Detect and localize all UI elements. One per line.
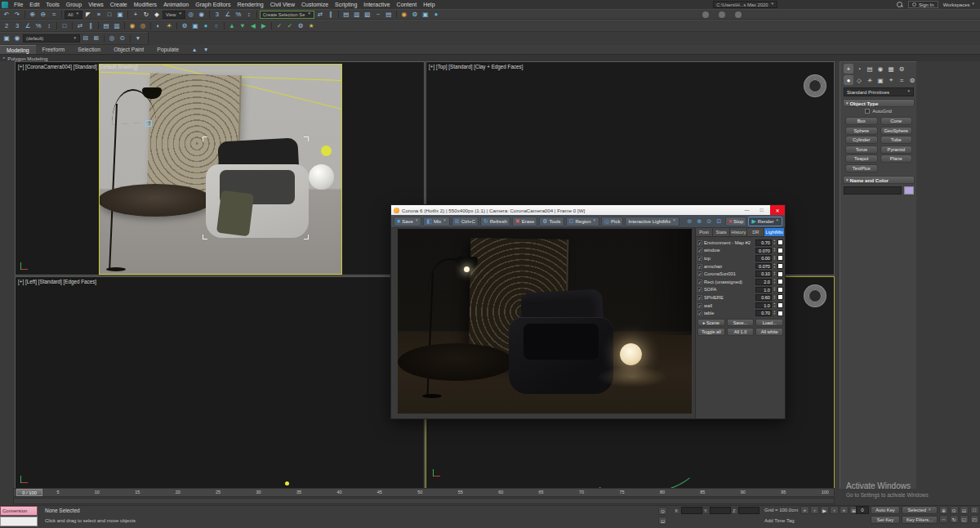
zoom-button[interactable]: ⊕	[939, 506, 948, 514]
shapes-category-icon[interactable]: ◇	[854, 75, 864, 85]
menu-customize[interactable]: Customize	[298, 0, 332, 9]
corona-render-button[interactable]: ▶Render▼	[748, 217, 782, 226]
redo-icon[interactable]: ↷	[12, 10, 22, 19]
cameras-category-icon[interactable]: ▣	[875, 75, 885, 85]
corona-save-button[interactable]: ■Save▼	[394, 217, 421, 226]
menu-animation[interactable]: Animation	[160, 0, 192, 9]
corona-mix-button[interactable]: ◧Mix▼	[423, 217, 449, 226]
zoom-actual-icon[interactable]: ⊙	[705, 217, 714, 226]
corona-tab-lightmix[interactable]: LightMix	[764, 228, 785, 236]
angle-snap-toggle-icon[interactable]: ∠	[223, 10, 233, 19]
absolute-offset-toggle-icon[interactable]: ⊟	[81, 34, 91, 43]
corona-titlebar[interactable]: Corona 6 (Hotfix 2) | 550x400px (1:1) | …	[391, 205, 785, 215]
primitive-button-pyramid[interactable]: Pyramid	[880, 145, 913, 154]
viewport-top-label[interactable]: [+] [Top] [Standard] [Clay + Edged Faces…	[429, 64, 523, 69]
menu-scripting[interactable]: Scripting	[332, 0, 360, 9]
lightmix-color-swatch[interactable]	[777, 279, 783, 284]
menu-modifiers[interactable]: Modifiers	[131, 0, 160, 9]
pan-button[interactable]: ↔	[939, 515, 948, 523]
community-icon[interactable]	[702, 11, 709, 18]
corona-tab-post[interactable]: Post	[696, 228, 713, 236]
named-views-icon[interactable]: ▾	[133, 34, 143, 43]
ribbon-tab-populate[interactable]: Populate	[150, 45, 185, 54]
create-tab-icon[interactable]: +	[844, 64, 853, 74]
add-time-tag-button[interactable]: Add Time Tag	[764, 518, 795, 523]
zoom-in-icon[interactable]: ⊕	[695, 217, 704, 226]
lightmix-intensity-field[interactable]: 0.10	[755, 271, 772, 277]
lightmix-checkbox[interactable]: ✓	[697, 303, 702, 308]
corona-tools-button[interactable]: ⚙Tools	[539, 217, 564, 226]
corona-refresh-button[interactable]: ↻Refresh	[480, 217, 510, 226]
ribbon-tab-freeform[interactable]: Freeform	[36, 45, 72, 54]
layer-explorer-toggle-icon[interactable]: ▥	[352, 10, 362, 19]
primitive-button-textplus[interactable]: TextPlus	[845, 164, 878, 172]
maximize-button[interactable]: □	[755, 205, 768, 215]
modify-tab-icon[interactable]: ◔	[854, 64, 864, 74]
utilities-tab-icon[interactable]: ⚙	[897, 64, 906, 74]
corona-pick-button[interactable]: ◎Pick	[601, 217, 623, 226]
name-color-rollout-header[interactable]: ▾Name and Color	[843, 176, 915, 184]
set-key-button[interactable]: Set Key	[871, 516, 900, 524]
menu-content[interactable]: Content	[394, 0, 421, 9]
primitive-button-sphere[interactable]: Sphere	[845, 127, 878, 135]
isolate-up-icon[interactable]: ▲	[227, 21, 237, 30]
ribbon-tab-object-paint[interactable]: Object Paint	[107, 45, 150, 54]
lightmix-spinner[interactable]: ▲▼	[773, 271, 776, 277]
menu-tools[interactable]: Tools	[42, 0, 62, 9]
zoom-fit-icon[interactable]: ⊡	[715, 217, 724, 226]
snap-2d-icon[interactable]: 2	[2, 21, 11, 30]
select-and-rotate-icon[interactable]: ↻	[141, 10, 151, 19]
lightmix-checkbox[interactable]: ✓	[697, 287, 702, 292]
lights-category-icon[interactable]: ☀	[865, 75, 875, 85]
auto-key-button[interactable]: Auto Key	[871, 506, 900, 514]
zoom-extents-button[interactable]: ⊡	[960, 506, 969, 514]
menu-help[interactable]: Help	[420, 0, 438, 9]
settings-icon[interactable]: ⚙	[296, 21, 305, 30]
object-color-swatch[interactable]	[904, 186, 914, 195]
render-setup-icon[interactable]: ⚙	[410, 10, 420, 19]
ribbon-options-icon[interactable]: ▾	[201, 45, 211, 54]
lightmix-intensity-field[interactable]: 1.0	[755, 287, 772, 293]
sign-in-button[interactable]: Sign In	[908, 1, 938, 8]
zoom-out-icon[interactable]: ⊖	[685, 217, 694, 226]
display-tab-icon[interactable]: ▦	[886, 64, 896, 74]
lightmix-checkbox[interactable]: ✓	[697, 256, 702, 261]
primitive-button-teapot[interactable]: Teapot	[845, 154, 878, 163]
lightmix-color-swatch[interactable]	[777, 302, 783, 308]
lightmix-color-swatch[interactable]	[777, 255, 783, 261]
primitive-button-geosphere[interactable]: GeoSphere	[880, 127, 913, 135]
lightmix-spinner[interactable]: ▲▼	[773, 287, 776, 293]
rendered-frame-icon[interactable]: ▣	[190, 21, 200, 30]
percent-snap-toggle-icon[interactable]: %	[234, 10, 243, 19]
viewport-left[interactable]: [+] [Left] [Standard] [Edged Faces]	[15, 276, 425, 489]
steering-wheel-icon[interactable]	[804, 75, 826, 96]
corona-vfb-window[interactable]: Corona 6 (Hotfix 2) | 550x400px (1:1) | …	[390, 204, 786, 419]
bind-to-space-warp-icon[interactable]: ≈	[49, 10, 59, 19]
object-type-rollout-header[interactable]: ▾Object Type	[843, 99, 915, 107]
selection-lock-icon[interactable]: ⊙	[118, 34, 127, 43]
corona-action-toggle-all[interactable]: Toggle all	[697, 328, 725, 336]
throw-blanket[interactable]	[216, 190, 254, 236]
select-by-name-icon[interactable]: ≡	[94, 10, 104, 19]
lightmix-spinner[interactable]: ▲▼	[773, 279, 776, 284]
corona-action-all-1-0[interactable]: All 1.0	[727, 328, 755, 336]
motion-tab-icon[interactable]: ◉	[875, 64, 885, 74]
notification-icon[interactable]	[735, 11, 742, 18]
corona-tab-dr[interactable]: DR	[747, 228, 764, 236]
show-end-result-icon[interactable]: ▣	[2, 34, 11, 43]
sun-position-indicator[interactable]	[321, 145, 332, 156]
lightmix-checkbox[interactable]: ✓	[697, 248, 702, 253]
steering-wheel-icon[interactable]	[804, 285, 826, 307]
systems-category-icon[interactable]: ⚙	[907, 75, 917, 85]
lightmix-color-swatch[interactable]	[777, 311, 783, 316]
lightmix-intensity-field[interactable]: 2.0	[755, 279, 772, 285]
menu-interactive[interactable]: Interactive	[360, 0, 393, 9]
window-crossing-toggle-icon[interactable]: ▣	[115, 10, 125, 19]
time-slider[interactable]: 0 / 100	[16, 489, 42, 496]
align-icon[interactable]: ∥	[326, 10, 336, 19]
go-to-start-button[interactable]: «	[800, 506, 809, 514]
check-a-icon[interactable]: ✓	[274, 21, 284, 30]
next-sibling-icon[interactable]: ▶	[259, 21, 269, 30]
lightmix-spinner[interactable]: ▲▼	[773, 302, 776, 308]
play-animation-button[interactable]: ▶	[820, 506, 829, 514]
